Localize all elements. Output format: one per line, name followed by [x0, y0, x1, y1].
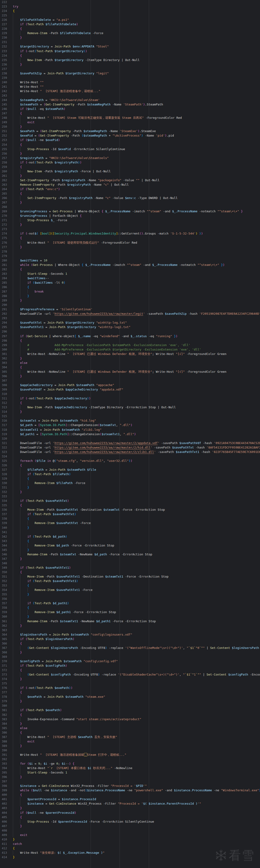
line-number: 338 [0, 516, 7, 521]
indent-guide [13, 75, 13, 80]
line-number: 401 [0, 797, 7, 801]
code-line: 278 [0, 249, 260, 254]
line-number: 308 [0, 383, 7, 387]
indent-guide [13, 850, 13, 855]
code-editor[interactable]: 222223try224{225226 $filePathToDelete = … [0, 0, 260, 868]
code-line: 351 Move-Item -Path $savePathTxt1 -Desti… [0, 574, 260, 579]
indent-guide [13, 516, 13, 521]
code-line: 407 } [0, 824, 260, 828]
line-number: 318 [0, 428, 7, 432]
line-number: 224 [0, 9, 7, 13]
indent-guide [13, 338, 13, 343]
line-number: 383 [0, 717, 7, 721]
code-line: 247 { [0, 111, 260, 116]
line-number: 332 [0, 490, 7, 494]
code-line: 297 if (Get-Service | where-object{ $_.n… [0, 334, 260, 338]
code-line: 341 [0, 530, 260, 534]
code-line: 384 } [0, 721, 260, 726]
line-number: 307 [0, 378, 7, 383]
code-line: 359 Remove-Item $d_path1 -Force -ErrorAc… [0, 610, 260, 614]
line-number: 286 [0, 285, 7, 289]
indent-guide [13, 18, 13, 22]
line-number: 381 [0, 708, 7, 712]
code-line: 364 $loginUsersPath = Join-Path $steamPa… [0, 632, 260, 637]
code-line: 338 { [0, 516, 260, 521]
code-line: 271 Stop-Process $_ -Force [0, 218, 260, 222]
code-line: 263 Remove-ItemProperty -Path $registryP… [0, 182, 260, 187]
line-number: 311 [0, 396, 7, 401]
line-number: 284 [0, 276, 7, 280]
indent-guide [13, 272, 13, 276]
indent-guide [13, 623, 13, 628]
code-line: 320 [0, 436, 260, 441]
indent-guide [13, 22, 13, 26]
indent-guide [13, 548, 13, 552]
code-line: 294 $savePathTxt = Join-Path $targetDire… [0, 320, 260, 325]
line-number: 367 [0, 646, 7, 650]
indent-guide [13, 40, 13, 44]
indent-guide [13, 187, 13, 191]
line-number: 231 [0, 40, 7, 44]
code-line: 370 $configPath = Join-Path $steamPath "… [0, 659, 260, 663]
line-number: 331 [0, 485, 7, 490]
indent-guide [13, 258, 13, 262]
line-number: 375 [0, 681, 7, 686]
line-number: 250 [0, 124, 7, 129]
line-number: 235 [0, 58, 7, 62]
code-line: 265 { [0, 191, 260, 196]
indent-guide [13, 717, 13, 721]
indent-guide [13, 596, 13, 601]
line-number: 281 [0, 262, 7, 267]
text-cursor: ， [84, 753, 87, 756]
indent-guide [13, 58, 13, 62]
line-number: 389 [0, 744, 7, 748]
code-line: 330 Remove-Item $filePath -Force [0, 481, 260, 485]
indent-guide [13, 285, 13, 289]
code-line: 382 { [0, 713, 260, 717]
indent-guide [13, 659, 13, 663]
indent-guide [13, 467, 13, 472]
code-line: 255 Stop-Process -Id $exePid -ErrorActio… [0, 147, 260, 151]
code-line: 376 if (-not(Test-Path $exePath)) [0, 686, 260, 690]
line-number: 309 [0, 387, 7, 392]
line-number: 410 [0, 837, 7, 842]
indent-guide [13, 539, 13, 543]
indent-guide [13, 525, 13, 530]
line-number: 316 [0, 418, 7, 423]
indent-guide [13, 503, 13, 507]
code-line: 350 { [0, 570, 260, 574]
code-line: 225 [0, 13, 260, 18]
indent-guide [13, 637, 13, 641]
line-number: 391 [0, 752, 7, 757]
code-area[interactable]: 222223try224{225226 $filePathToDelete = … [0, 0, 260, 859]
line-number: 245 [0, 102, 7, 106]
code-line: 239 [0, 75, 260, 80]
code-line: 378 $exePath = Join-Path $steamPath "ste… [0, 694, 260, 699]
line-number: 364 [0, 632, 7, 637]
indent-guide [13, 289, 13, 294]
indent-guide [13, 334, 13, 338]
line-number: 262 [0, 178, 7, 182]
indent-guide [13, 147, 13, 151]
indent-guide [13, 815, 13, 819]
code-line: 311 if (-not(Test-Path $appCacheDirector… [0, 396, 260, 401]
line-number: 298 [0, 338, 7, 343]
line-number: 339 [0, 521, 7, 525]
indent-guide [13, 182, 13, 187]
indent-guide [13, 294, 13, 298]
code-line: 228 { [0, 26, 260, 31]
indent-guide [13, 205, 13, 209]
code-line: 315 [0, 414, 260, 418]
code-line: 362 } [0, 623, 260, 628]
line-number: 390 [0, 748, 7, 752]
code-line: 267 } [0, 200, 260, 205]
code-line: 365 if (Test-Path $loginUsersPath) [0, 637, 260, 641]
line-number: 293 [0, 316, 7, 320]
indent-guide [13, 801, 13, 806]
indent-guide [13, 361, 13, 365]
indent-guide [13, 436, 13, 441]
line-number: 357 [0, 601, 7, 606]
indent-guide [13, 552, 13, 557]
code-line: 346 Rename-Item -Path $steamTxt -NewName… [0, 552, 260, 557]
code-line: 322 DownloadFile -url 'https://gitee.com… [0, 445, 260, 450]
